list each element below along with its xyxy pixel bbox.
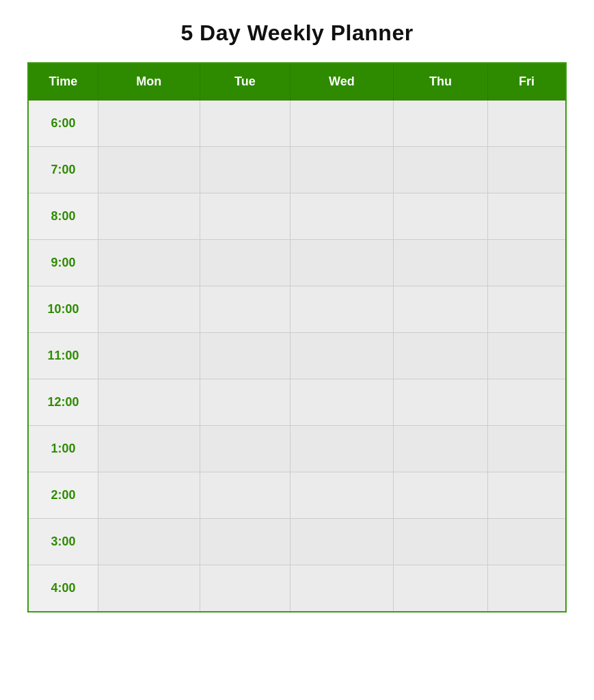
schedule-cell[interactable] [291, 240, 394, 286]
schedule-cell[interactable] [393, 565, 488, 612]
schedule-cell[interactable] [98, 333, 200, 379]
time-row: 11:00 [28, 333, 566, 379]
schedule-cell[interactable] [393, 426, 488, 472]
schedule-cell[interactable] [393, 379, 488, 426]
schedule-cell[interactable] [393, 100, 488, 147]
planner-table: TimeMonTueWedThuFri 6:007:008:009:0010:0… [27, 62, 567, 612]
time-cell: 7:00 [28, 147, 98, 193]
time-cell: 1:00 [28, 426, 98, 472]
schedule-cell[interactable] [98, 472, 200, 519]
schedule-cell[interactable] [200, 333, 291, 379]
time-row: 10:00 [28, 286, 566, 333]
schedule-cell[interactable] [98, 565, 200, 612]
schedule-cell[interactable] [291, 565, 394, 612]
schedule-cell[interactable] [200, 519, 291, 565]
schedule-cell[interactable] [200, 240, 291, 286]
time-row: 3:00 [28, 519, 566, 565]
header-cell-thu: Thu [393, 63, 488, 100]
schedule-cell[interactable] [291, 333, 394, 379]
header-cell-mon: Mon [98, 63, 200, 100]
time-cell: 6:00 [28, 100, 98, 147]
schedule-cell[interactable] [291, 379, 394, 426]
time-cell: 12:00 [28, 379, 98, 426]
schedule-cell[interactable] [291, 147, 394, 193]
time-cell: 10:00 [28, 286, 98, 333]
schedule-cell[interactable] [200, 565, 291, 612]
header-cell-tue: Tue [200, 63, 291, 100]
time-row: 2:00 [28, 472, 566, 519]
time-row: 12:00 [28, 379, 566, 426]
schedule-cell[interactable] [393, 333, 488, 379]
schedule-cell[interactable] [488, 240, 566, 286]
schedule-cell[interactable] [98, 147, 200, 193]
time-cell: 9:00 [28, 240, 98, 286]
time-row: 6:00 [28, 100, 566, 147]
schedule-cell[interactable] [291, 193, 394, 240]
schedule-cell[interactable] [291, 286, 394, 333]
schedule-cell[interactable] [200, 379, 291, 426]
schedule-cell[interactable] [291, 100, 394, 147]
schedule-cell[interactable] [291, 472, 394, 519]
schedule-cell[interactable] [488, 426, 566, 472]
schedule-cell[interactable] [393, 519, 488, 565]
time-cell: 4:00 [28, 565, 98, 612]
time-row: 1:00 [28, 426, 566, 472]
schedule-cell[interactable] [488, 193, 566, 240]
schedule-cell[interactable] [488, 472, 566, 519]
time-cell: 8:00 [28, 193, 98, 240]
schedule-cell[interactable] [488, 100, 566, 147]
schedule-cell[interactable] [393, 286, 488, 333]
schedule-cell[interactable] [98, 426, 200, 472]
time-row: 7:00 [28, 147, 566, 193]
schedule-cell[interactable] [98, 100, 200, 147]
planner-title: 5 Day Weekly Planner [27, 21, 567, 46]
time-cell: 11:00 [28, 333, 98, 379]
schedule-cell[interactable] [291, 519, 394, 565]
header-row: TimeMonTueWedThuFri [28, 63, 566, 100]
schedule-cell[interactable] [488, 379, 566, 426]
schedule-cell[interactable] [291, 426, 394, 472]
schedule-cell[interactable] [98, 193, 200, 240]
header-cell-time: Time [28, 63, 98, 100]
schedule-cell[interactable] [488, 286, 566, 333]
schedule-cell[interactable] [393, 240, 488, 286]
time-cell: 2:00 [28, 472, 98, 519]
schedule-cell[interactable] [98, 240, 200, 286]
schedule-cell[interactable] [393, 147, 488, 193]
schedule-cell[interactable] [98, 519, 200, 565]
schedule-cell[interactable] [393, 472, 488, 519]
schedule-cell[interactable] [488, 147, 566, 193]
header-cell-wed: Wed [291, 63, 394, 100]
schedule-cell[interactable] [393, 193, 488, 240]
header-cell-fri: Fri [488, 63, 566, 100]
schedule-cell[interactable] [98, 379, 200, 426]
schedule-cell[interactable] [200, 426, 291, 472]
schedule-cell[interactable] [200, 286, 291, 333]
time-row: 9:00 [28, 240, 566, 286]
time-row: 4:00 [28, 565, 566, 612]
time-row: 8:00 [28, 193, 566, 240]
time-cell: 3:00 [28, 519, 98, 565]
schedule-cell[interactable] [200, 193, 291, 240]
schedule-cell[interactable] [200, 100, 291, 147]
schedule-cell[interactable] [488, 333, 566, 379]
planner-container: 5 Day Weekly Planner TimeMonTueWedThuFri… [27, 21, 567, 612]
schedule-cell[interactable] [488, 565, 566, 612]
schedule-cell[interactable] [200, 147, 291, 193]
schedule-cell[interactable] [98, 286, 200, 333]
schedule-cell[interactable] [488, 519, 566, 565]
schedule-cell[interactable] [200, 472, 291, 519]
